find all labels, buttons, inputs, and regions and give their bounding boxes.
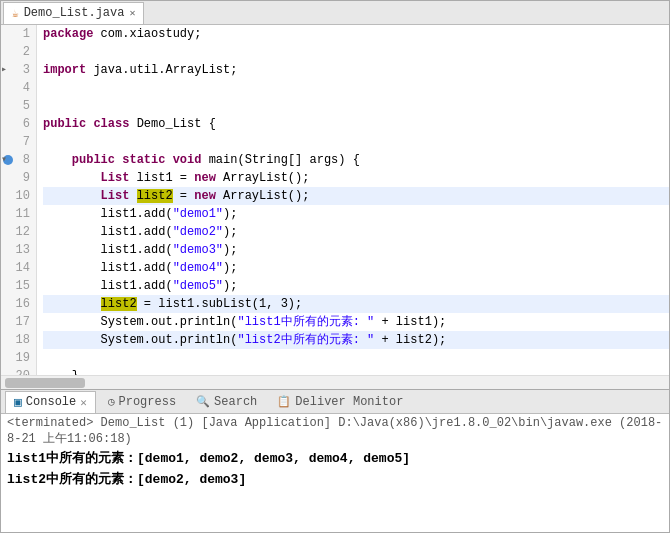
deliver-label: Deliver Monitor bbox=[295, 395, 403, 409]
code-line-1: package com.xiaostudy; bbox=[43, 25, 669, 43]
code-line-5 bbox=[43, 97, 669, 115]
code-line-8: public static void main(String[] args) { bbox=[43, 151, 669, 169]
console-tab-deliver[interactable]: 📋 Deliver Monitor bbox=[269, 391, 411, 413]
line-number-12: 12 bbox=[1, 223, 36, 241]
editor-tab[interactable]: ☕ Demo_List.java ✕ bbox=[3, 2, 144, 24]
code-line-11: list1.add("demo1"); bbox=[43, 205, 669, 223]
line-number-4: 4 bbox=[1, 79, 36, 97]
line-number-6: 6 bbox=[1, 115, 36, 133]
code-line-13: list1.add("demo3"); bbox=[43, 241, 669, 259]
line-number-1: 1 bbox=[1, 25, 36, 43]
console-output-line-2: list2中所有的元素：[demo2, demo3] bbox=[7, 470, 663, 491]
line-number-20: 20 bbox=[1, 367, 36, 375]
line-number-7: 7 bbox=[1, 133, 36, 151]
console-tab-label: Console bbox=[26, 395, 76, 409]
code-line-12: list1.add("demo2"); bbox=[43, 223, 669, 241]
console-tab-bar: ▣ Console ✕ ◷ Progress 🔍 Search 📋 Delive… bbox=[1, 390, 669, 414]
code-line-20: } bbox=[43, 367, 669, 375]
line-number-13: 13 bbox=[1, 241, 36, 259]
line-number-14: 14 bbox=[1, 259, 36, 277]
deliver-icon: 📋 bbox=[277, 395, 291, 408]
console-terminated-line: <terminated> Demo_List (1) [Java Applica… bbox=[7, 416, 663, 447]
scroll-thumb[interactable] bbox=[5, 378, 85, 388]
line-number-2: 2 bbox=[1, 43, 36, 61]
line-number-11: 11 bbox=[1, 205, 36, 223]
line-number-18: 18 bbox=[1, 331, 36, 349]
progress-label: Progress bbox=[119, 395, 177, 409]
search-label: Search bbox=[214, 395, 257, 409]
code-line-18: System.out.println("list2中所有的元素: " + lis… bbox=[43, 331, 669, 349]
code-line-16: list2 = list1.subList(1, 3); bbox=[43, 295, 669, 313]
line-number-8: ▾8 bbox=[1, 151, 36, 169]
code-line-6: public class Demo_List { bbox=[43, 115, 669, 133]
code-line-9: List list1 = new ArrayList(); bbox=[43, 169, 669, 187]
console-body: <terminated> Demo_List (1) [Java Applica… bbox=[1, 414, 669, 532]
code-line-2 bbox=[43, 43, 669, 61]
line-number-19: 19 bbox=[1, 349, 36, 367]
code-content[interactable]: package com.xiaostudy; import java.util.… bbox=[37, 25, 669, 375]
console-panel: ▣ Console ✕ ◷ Progress 🔍 Search 📋 Delive… bbox=[0, 390, 670, 533]
line-number-3: ▸3 bbox=[1, 61, 36, 79]
line-number-5: 5 bbox=[1, 97, 36, 115]
code-line-10: List list2 = new ArrayList(); bbox=[43, 187, 669, 205]
console-tab-close[interactable]: ✕ bbox=[80, 396, 87, 409]
console-tab-search[interactable]: 🔍 Search bbox=[188, 391, 265, 413]
line-number-15: 15 bbox=[1, 277, 36, 295]
editor-tab-label: Demo_List.java bbox=[24, 6, 125, 20]
console-icon: ▣ bbox=[14, 394, 22, 410]
code-line-15: list1.add("demo5"); bbox=[43, 277, 669, 295]
console-output-line-1: list1中所有的元素：[demo1, demo2, demo3, demo4,… bbox=[7, 449, 663, 470]
editor-tab-icon: ☕ bbox=[12, 7, 19, 20]
code-area: 12▸34567▾891011121314151617181920-- pack… bbox=[1, 25, 669, 375]
console-tab-active[interactable]: ▣ Console ✕ bbox=[5, 391, 96, 413]
code-line-4 bbox=[43, 79, 669, 97]
code-line-3: import java.util.ArrayList; bbox=[43, 61, 669, 79]
code-line-14: list1.add("demo4"); bbox=[43, 259, 669, 277]
line-number-9: 9 bbox=[1, 169, 36, 187]
code-line-7 bbox=[43, 133, 669, 151]
progress-icon: ◷ bbox=[108, 395, 115, 408]
editor-panel: ☕ Demo_List.java ✕ 12▸34567▾891011121314… bbox=[0, 0, 670, 390]
line-number-16: 16 bbox=[1, 295, 36, 313]
line-number-10: 10 bbox=[1, 187, 36, 205]
horizontal-scrollbar[interactable] bbox=[1, 375, 669, 389]
console-tab-progress[interactable]: ◷ Progress bbox=[100, 391, 184, 413]
editor-tab-bar: ☕ Demo_List.java ✕ bbox=[1, 1, 669, 25]
code-line-19 bbox=[43, 349, 669, 367]
editor-tab-close[interactable]: ✕ bbox=[129, 7, 135, 19]
line-number-17: 17 bbox=[1, 313, 36, 331]
search-icon: 🔍 bbox=[196, 395, 210, 408]
line-numbers: 12▸34567▾891011121314151617181920-- bbox=[1, 25, 37, 375]
code-line-17: System.out.println("list1中所有的元素: " + lis… bbox=[43, 313, 669, 331]
